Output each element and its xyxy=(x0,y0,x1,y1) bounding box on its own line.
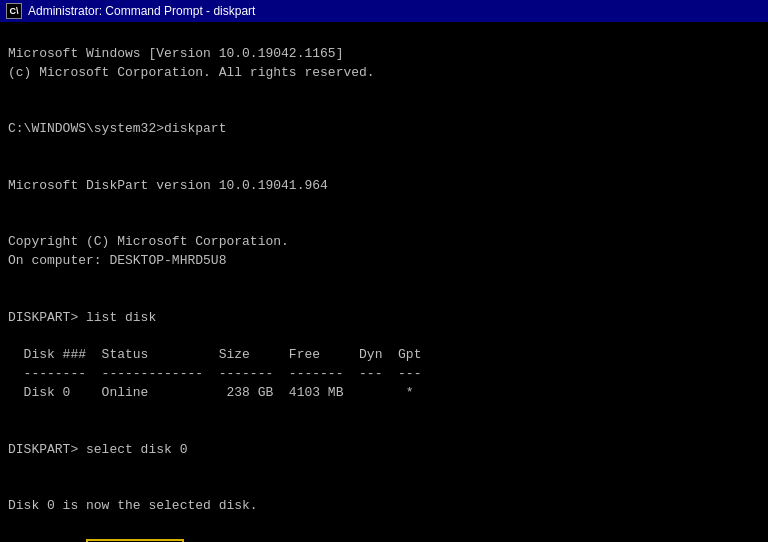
disk-row: Disk 0 Online 238 GB 4103 MB * xyxy=(8,385,414,400)
line-windows-version: Microsoft Windows [Version 10.0.19042.11… xyxy=(8,46,343,61)
terminal-window[interactable]: Microsoft Windows [Version 10.0.19042.11… xyxy=(0,22,768,539)
line-diskpart-version: Microsoft DiskPart version 10.0.19041.96… xyxy=(8,178,328,193)
line-copyright2: Copyright (C) Microsoft Corporation. xyxy=(8,234,289,249)
title-bar-icon: C\ xyxy=(6,3,22,19)
title-bar-text: Administrator: Command Prompt - diskpart xyxy=(28,4,255,18)
line-copyright: (c) Microsoft Corporation. All rights re… xyxy=(8,65,375,80)
line-select-disk: DISKPART> select disk 0 xyxy=(8,442,187,457)
line-diskpart-cmd: C:\WINDOWS\system32>diskpart xyxy=(8,121,226,136)
title-bar: C\ Administrator: Command Prompt - diskp… xyxy=(0,0,768,22)
line-selected-msg: Disk 0 is now the selected disk. xyxy=(8,498,258,513)
line-computer: On computer: DESKTOP-MHRD5U8 xyxy=(8,253,226,268)
disk-header: Disk ### Status Size Free Dyn Gpt xyxy=(8,347,421,362)
disk-sep: -------- ------------- ------- ------- -… xyxy=(8,366,421,381)
line-list-disk-cmd: DISKPART> list disk xyxy=(8,310,156,325)
